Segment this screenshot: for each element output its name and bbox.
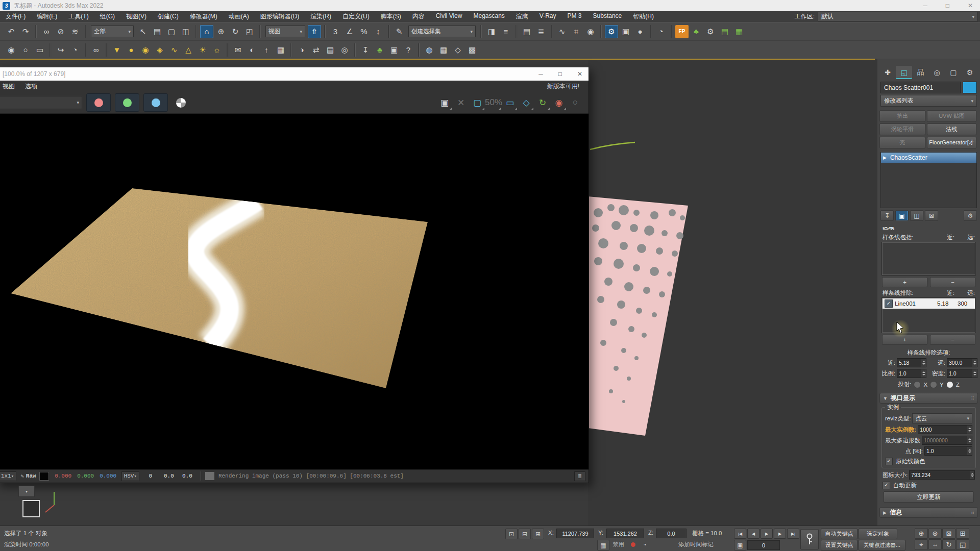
modifier-uvw-map-button[interactable]: UVW 贴图 — [927, 110, 976, 122]
update-notice[interactable]: 新版本可用! — [547, 82, 579, 91]
modifier-normal-button[interactable]: 法线 — [927, 123, 976, 135]
preview-type-dropdown[interactable]: 点云▾ — [912, 413, 972, 423]
keyboard-icon[interactable]: ▦ — [597, 540, 609, 550]
vfb-close-button[interactable]: ✕ — [577, 70, 582, 78]
go-to-end-button[interactable]: ▶| — [787, 529, 799, 539]
pin-icon[interactable]: ↧ — [359, 43, 372, 57]
grid2-icon[interactable]: ▩ — [465, 43, 479, 57]
exclude-add-button[interactable]: + — [882, 335, 927, 345]
tab-utilities[interactable]: ⚙ — [962, 66, 978, 79]
selection-filter-dropdown[interactable]: 全部▾ — [91, 26, 134, 37]
play-button[interactable]: ▶ — [761, 529, 773, 539]
projection-x-radio[interactable] — [914, 381, 921, 388]
clipped-rollout-header[interactable]: 区域 — [883, 227, 980, 232]
viewport-display-rollout[interactable]: ▼ 视口显示 ⠿ — [879, 393, 978, 404]
headphones-icon[interactable]: ◔ — [654, 25, 668, 38]
select-by-name-icon[interactable]: ▤ — [151, 25, 164, 38]
curve-editor-icon[interactable]: ∿ — [555, 25, 569, 38]
unlink-selection-icon[interactable]: ⊘ — [54, 25, 67, 38]
remove-modifier-icon[interactable]: ⊠ — [925, 210, 938, 221]
timeline-mini-button[interactable]: ▾ — [18, 486, 35, 497]
menu-item[interactable]: 动画(A) — [223, 12, 255, 21]
z-coordinate-field[interactable]: 0.0 — [656, 529, 687, 538]
hsv-dropdown[interactable]: HSV▾ — [121, 471, 139, 481]
menu-item[interactable]: V-Ray — [534, 12, 562, 21]
diamond2-icon[interactable]: ◇ — [451, 43, 464, 57]
spline-yellow-icon[interactable]: ∿ — [167, 43, 181, 57]
align-icon[interactable]: ≡ — [499, 25, 512, 38]
redo-icon[interactable]: ↷ — [19, 25, 32, 38]
vfb-menu-view[interactable]: 视图 — [3, 82, 15, 91]
select-and-scale-icon[interactable]: ◰ — [243, 25, 256, 38]
list-icon[interactable]: ▤ — [324, 43, 337, 57]
y-coordinate-field[interactable]: 1531.262 — [606, 529, 644, 538]
modifier-floorgenerator-button[interactable]: FloorGenerator[才 — [927, 137, 976, 148]
menu-item[interactable]: 内容 — [407, 12, 430, 21]
schematic-view-icon[interactable]: ⌗ — [570, 25, 583, 38]
window-icon[interactable]: ▭ — [33, 43, 46, 57]
use-center-icon[interactable]: ⇧ — [308, 25, 321, 38]
scene-explorer-icon[interactable]: ▤ — [520, 25, 533, 38]
modifier-extrude-button[interactable]: 挤出 — [879, 110, 925, 122]
menu-item[interactable]: 渲染(R) — [305, 12, 337, 21]
auto-key-button[interactable]: 自动关键点 — [821, 529, 857, 539]
object-name-field[interactable]: Chaos Scatter001 — [880, 82, 961, 93]
expand-arrow-icon[interactable]: ▶ — [883, 155, 887, 160]
named-selection-set-dropdown[interactable]: 创建选择集▾ — [408, 26, 476, 37]
sphere-light-icon[interactable]: ● — [125, 43, 138, 57]
modifier-turbosmooth-button[interactable]: 涡轮平滑 — [879, 123, 925, 135]
layer-manager-icon[interactable]: ≣ — [534, 25, 548, 38]
menu-item[interactable]: 组(G) — [94, 12, 120, 21]
vfb-minimize-button[interactable]: ─ — [538, 70, 543, 78]
far-spinner[interactable]: 300.0 — [947, 358, 977, 367]
camera-icon[interactable]: ▦ — [437, 43, 450, 57]
torus-icon[interactable]: ○ — [19, 43, 32, 57]
pick-object-icon[interactable]: ◇ — [519, 95, 534, 110]
frame-icon[interactable]: ▣ — [387, 43, 401, 57]
menu-item[interactable]: 自定义(U) — [337, 12, 375, 21]
next-frame-button[interactable]: ▶ — [774, 529, 786, 539]
globe-icon[interactable]: ◍ — [423, 43, 436, 57]
disable-label[interactable]: 禁用 — [612, 541, 624, 548]
render-off-icon[interactable]: ○ — [568, 95, 583, 110]
spline-exclude-list[interactable]: ✓ Line001 5.18 300 — [882, 298, 975, 333]
zoom-all-icon[interactable]: ⊛ — [928, 528, 942, 539]
zoom-icon[interactable]: ⊕ — [915, 528, 928, 539]
gem-icon[interactable]: ◈ — [153, 43, 166, 57]
density-spinner[interactable]: 1.0 — [947, 369, 977, 378]
menu-item[interactable]: 文件(F) — [0, 12, 31, 21]
field-of-view-icon[interactable]: ⌖ — [915, 539, 928, 550]
pixel-ratio-dropdown[interactable]: 1x1▾ — [0, 471, 16, 481]
stack-item-chaosscatter[interactable]: ▶ ChaosScatter — [881, 153, 976, 163]
alpha-channel-icon[interactable] — [176, 98, 186, 108]
isolate-selection-icon[interactable]: ⊡ — [505, 529, 518, 539]
go-to-start-button[interactable]: |◀ — [734, 529, 746, 539]
selection-lock-icon[interactable]: ⊟ — [519, 529, 531, 539]
swap-icon[interactable]: ⇄ — [309, 43, 323, 57]
save-image-icon[interactable]: ▣ — [437, 95, 452, 110]
edit-named-selections-icon[interactable]: ✎ — [393, 25, 406, 38]
select-and-move-icon[interactable]: ⊕ — [214, 25, 228, 38]
scale-spinner[interactable]: 1.0 — [897, 369, 926, 378]
window-crossing-icon[interactable]: ◫ — [179, 25, 192, 38]
teapot-yellow-icon[interactable]: ◉ — [139, 43, 152, 57]
orbit-icon[interactable]: ↻ — [942, 539, 955, 550]
blue-channel-button[interactable] — [143, 93, 168, 112]
icon-size-spinner[interactable]: 793.234 — [909, 470, 975, 480]
x-coordinate-field[interactable]: 11207.739 — [556, 529, 594, 538]
tab-modify[interactable]: ◱ — [896, 66, 912, 79]
vfb-maximize-button[interactable]: □ — [558, 70, 562, 78]
figure-icon[interactable]: ◔ — [68, 43, 82, 57]
menu-item[interactable]: PM 3 — [562, 12, 587, 21]
menu-item[interactable]: 图形编辑器(D) — [255, 12, 305, 21]
quick-list-icon[interactable]: ▤ — [718, 25, 731, 38]
exclude-list-row-line001[interactable]: ✓ Line001 5.18 300 — [883, 298, 975, 309]
vfb-titlebar[interactable]: [100.0% of 1207 x 679] ─ □ ✕ — [0, 67, 589, 81]
spline-include-list[interactable] — [882, 242, 975, 275]
material-editor-icon[interactable]: ◉ — [584, 25, 597, 38]
auto-update-checkbox[interactable]: ✓ — [883, 482, 890, 489]
transform-type-in-icon[interactable]: ⊞ — [532, 529, 544, 539]
maximize-viewport-icon[interactable]: ◱ — [956, 539, 969, 550]
key-mode-toggle-icon[interactable]: ▣ — [734, 540, 746, 550]
bell-icon[interactable]: △ — [182, 43, 195, 57]
